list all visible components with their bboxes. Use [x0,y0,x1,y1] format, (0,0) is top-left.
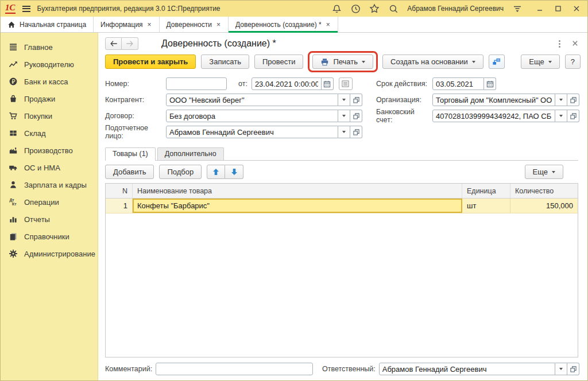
open-item-button[interactable] [567,363,579,375]
tab-additional[interactable]: Дополнительно [157,147,224,160]
main-menu-icon[interactable] [22,6,30,12]
sidebar-item-spravochniki[interactable]: Справочники [1,228,98,245]
warehouse-boxes-icon [9,129,18,138]
write-button[interactable]: Записать [201,55,249,69]
post-button[interactable]: Провести [254,55,304,69]
tab-goods[interactable]: Товары (1) [105,147,156,161]
bank-account-input[interactable] [432,110,555,122]
accountable-person-field [166,126,362,138]
unit-cell[interactable]: шт [462,199,510,213]
items-more-button[interactable]: Еще [525,165,563,179]
dropdown-button[interactable] [555,110,567,122]
form-menu-dots-icon[interactable] [558,39,562,49]
valid-until-input[interactable] [432,77,484,90]
tab-information[interactable]: Информация × [94,17,160,32]
row-number-cell[interactable]: 1 [106,199,133,213]
sidebar-item-os-nma[interactable]: ОС и НМА [1,159,98,176]
book-icon [9,232,18,241]
open-item-button[interactable] [350,110,362,122]
open-link-icon [353,129,359,135]
column-header-unit: Единица [462,184,510,198]
sidebar-item-otchety[interactable]: Отчеты [1,211,98,228]
tab-close-icon[interactable]: × [216,21,221,29]
tab-home[interactable]: Начальная страница [1,17,94,32]
comment-input[interactable] [156,363,313,375]
sidebar-item-administrirovanie[interactable]: Администрирование [1,245,98,262]
organization-input[interactable] [432,94,555,106]
sidebar-item-label: ОС и НМА [24,164,60,172]
dropdown-button[interactable] [555,94,567,106]
notifications-bell-icon[interactable] [331,3,342,14]
tab-label: Доверенности [167,21,212,29]
document-numbering-button[interactable] [339,77,353,90]
date-input[interactable] [252,77,322,90]
items-table: N Наименование товара Единица Количество… [105,183,578,357]
more-button[interactable]: Еще [521,55,559,69]
open-link-icon [570,97,577,103]
sidebar-item-prodazhi[interactable]: Продажи [1,90,98,107]
number-input[interactable] [166,77,227,90]
add-row-button[interactable]: Добавить [105,165,154,179]
service-settings-icon[interactable] [512,3,523,14]
quantity-cell[interactable]: 150,000 [510,199,578,213]
dropdown-button[interactable] [338,126,350,138]
history-clock-icon[interactable] [350,3,361,14]
post-and-close-button[interactable]: Провести и закрыть [105,55,196,69]
accountable-person-input[interactable] [166,126,338,138]
maximize-icon[interactable] [553,3,563,14]
tab-label: Доверенность (создание) * [235,21,322,29]
form-close-icon[interactable] [572,38,578,49]
calendar-button[interactable] [322,77,334,90]
sidebar-item-label: Администрирование [24,250,95,258]
open-item-button[interactable] [567,110,579,122]
tab-close-icon[interactable]: × [147,21,152,29]
dropdown-button[interactable] [338,110,350,122]
dropdown-button[interactable] [338,94,350,106]
tab-dovernnosti[interactable]: Доверенности × [160,17,229,32]
column-header-qty: Количество [510,184,578,198]
counterparty-input[interactable] [166,94,338,106]
calendar-button[interactable] [484,77,496,90]
forward-button[interactable] [122,37,138,50]
sidebar-item-proizvodstvo[interactable]: Производство [1,142,98,159]
sidebar-item-rukovoditelyu[interactable]: Руководителю [1,56,98,73]
pick-items-button[interactable]: Подбор [159,165,202,179]
minimize-icon[interactable] [535,3,545,14]
sidebar-item-label: Продажи [24,95,55,103]
table-header: N Наименование товара Единица Количество [106,184,578,199]
tab-doverennost-creation[interactable]: Доверенность (создание) * × [229,17,338,32]
sidebar-item-sklad[interactable]: Склад [1,125,98,142]
open-link-icon [570,366,577,372]
close-window-icon[interactable] [571,3,582,14]
back-button[interactable] [105,37,122,50]
related-documents-button[interactable] [489,55,505,69]
open-item-button[interactable] [567,94,579,106]
current-user[interactable]: Абрамов Геннадий Сергеевич [407,5,504,13]
print-button[interactable]: Печать [312,55,373,69]
column-header-name: Наименование товара [133,184,462,198]
tab-close-icon[interactable]: × [326,21,331,29]
favorites-star-icon[interactable] [369,3,380,14]
sidebar-item-pokupki[interactable]: Покупки [1,107,98,125]
move-up-button[interactable] [207,165,225,179]
responsible-input[interactable] [379,363,555,375]
dropdown-arrow-icon [472,61,475,63]
dropdown-button[interactable] [555,363,567,375]
sidebar-item-bank-kassa[interactable]: Банк и касса [1,73,98,90]
sections-sidebar: Главное Руководителю Банк и касса Продаж… [1,33,98,381]
sidebar-item-zarplata-kadry[interactable]: Зарплата и кадры [1,176,98,193]
contract-label: Договор: [105,112,166,120]
search-icon[interactable] [388,3,399,14]
open-item-button[interactable] [350,126,362,138]
help-button[interactable]: ? [565,55,581,69]
tab-home-label: Начальная страница [20,21,86,29]
contract-input[interactable] [166,110,338,122]
open-item-button[interactable] [350,94,362,106]
item-name-cell[interactable]: Конфеты "Барбарис" [133,199,462,213]
shopping-bag-icon [9,94,18,103]
table-row[interactable]: 1 Конфеты "Барбарис" шт 150,000 [106,199,578,213]
create-based-on-button[interactable]: Создать на основании [382,55,483,69]
move-down-button[interactable] [225,165,243,179]
sidebar-item-glavnoe[interactable]: Главное [1,38,98,56]
sidebar-item-operacii[interactable]: ДтКт Операции [1,193,98,211]
